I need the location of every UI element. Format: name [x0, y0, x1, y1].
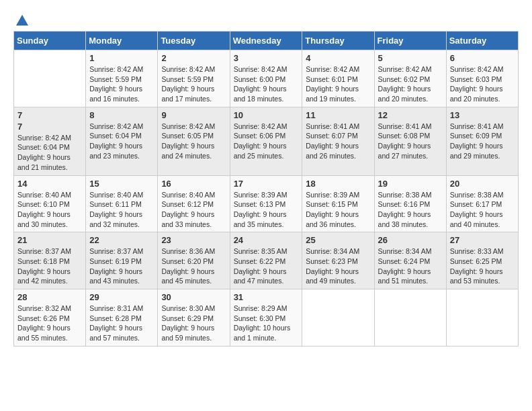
day-content: Sunrise: 8:42 AMSunset: 5:59 PMDaylight:…	[161, 64, 226, 104]
calendar-cell	[446, 289, 518, 347]
day-number: 8	[89, 110, 154, 120]
calendar-cell: 28Sunrise: 8:32 AMSunset: 6:26 PMDayligh…	[14, 289, 86, 347]
logo	[13, 13, 30, 24]
column-header-friday: Friday	[374, 32, 446, 50]
calendar-cell: 20Sunrise: 8:38 AMSunset: 6:17 PMDayligh…	[446, 175, 518, 232]
day-number: 19	[378, 179, 443, 189]
week-row-5: 28Sunrise: 8:32 AMSunset: 6:26 PMDayligh…	[14, 289, 519, 347]
day-number: 12	[378, 110, 443, 120]
calendar-cell: 14Sunrise: 8:40 AMSunset: 6:10 PMDayligh…	[14, 175, 86, 232]
day-number: 3	[234, 53, 299, 63]
calendar-cell: 77Sunrise: 8:42 AMSunset: 6:04 PMDayligh…	[14, 107, 86, 175]
calendar-cell: 5Sunrise: 8:42 AMSunset: 6:02 PMDaylight…	[374, 50, 446, 107]
day-number: 16	[161, 179, 226, 189]
week-row-2: 77Sunrise: 8:42 AMSunset: 6:04 PMDayligh…	[14, 107, 519, 175]
day-number: 7	[17, 110, 82, 120]
column-header-monday: Monday	[86, 32, 158, 50]
logo-icon	[15, 13, 30, 28]
day-content: Sunrise: 8:42 AMSunset: 6:02 PMDaylight:…	[378, 64, 443, 104]
day-number: 10	[234, 110, 299, 120]
calendar-table: SundayMondayTuesdayWednesdayThursdayFrid…	[13, 31, 519, 347]
day-content: Sunrise: 8:38 AMSunset: 6:16 PMDaylight:…	[378, 190, 443, 230]
calendar-cell: 16Sunrise: 8:40 AMSunset: 6:12 PMDayligh…	[158, 175, 230, 232]
day-content: Sunrise: 8:36 AMSunset: 6:20 PMDaylight:…	[161, 246, 226, 286]
day-number: 13	[450, 110, 515, 120]
calendar-cell: 25Sunrise: 8:34 AMSunset: 6:23 PMDayligh…	[302, 232, 374, 289]
page-header	[13, 13, 519, 24]
day-number: 7	[17, 122, 82, 132]
day-number: 23	[161, 235, 226, 245]
calendar-cell: 11Sunrise: 8:41 AMSunset: 6:07 PMDayligh…	[302, 107, 374, 175]
day-number: 27	[450, 235, 515, 245]
day-content: Sunrise: 8:32 AMSunset: 6:26 PMDaylight:…	[17, 304, 82, 343]
day-content: Sunrise: 8:37 AMSunset: 6:18 PMDaylight:…	[17, 246, 82, 286]
day-content: Sunrise: 8:30 AMSunset: 6:29 PMDaylight:…	[161, 304, 226, 343]
calendar-cell: 29Sunrise: 8:31 AMSunset: 6:28 PMDayligh…	[86, 289, 158, 347]
calendar-cell	[374, 289, 446, 347]
column-header-sunday: Sunday	[14, 32, 86, 50]
calendar-cell: 8Sunrise: 8:42 AMSunset: 6:04 PMDaylight…	[86, 107, 158, 175]
day-content: Sunrise: 8:42 AMSunset: 5:59 PMDaylight:…	[89, 64, 154, 104]
week-row-3: 14Sunrise: 8:40 AMSunset: 6:10 PMDayligh…	[14, 175, 519, 232]
day-content: Sunrise: 8:41 AMSunset: 6:07 PMDaylight:…	[306, 122, 370, 161]
calendar-cell: 13Sunrise: 8:41 AMSunset: 6:09 PMDayligh…	[446, 107, 518, 175]
day-number: 20	[450, 179, 515, 189]
calendar-cell: 2Sunrise: 8:42 AMSunset: 5:59 PMDaylight…	[158, 50, 230, 107]
calendar-header-row: SundayMondayTuesdayWednesdayThursdayFrid…	[14, 32, 519, 50]
day-number: 4	[306, 53, 370, 63]
day-number: 22	[89, 235, 154, 245]
calendar-cell: 23Sunrise: 8:36 AMSunset: 6:20 PMDayligh…	[158, 232, 230, 289]
day-number: 31	[234, 292, 299, 302]
calendar-cell: 19Sunrise: 8:38 AMSunset: 6:16 PMDayligh…	[374, 175, 446, 232]
day-number: 11	[306, 110, 370, 120]
day-content: Sunrise: 8:42 AMSunset: 6:01 PMDaylight:…	[306, 64, 370, 104]
day-content: Sunrise: 8:42 AMSunset: 6:03 PMDaylight:…	[450, 64, 515, 104]
calendar-cell: 4Sunrise: 8:42 AMSunset: 6:01 PMDaylight…	[302, 50, 374, 107]
day-number: 6	[450, 53, 515, 63]
calendar-cell: 17Sunrise: 8:39 AMSunset: 6:13 PMDayligh…	[230, 175, 302, 232]
calendar-cell: 6Sunrise: 8:42 AMSunset: 6:03 PMDaylight…	[446, 50, 518, 107]
day-content: Sunrise: 8:37 AMSunset: 6:19 PMDaylight:…	[89, 246, 154, 286]
calendar-cell: 9Sunrise: 8:42 AMSunset: 6:05 PMDaylight…	[158, 107, 230, 175]
calendar-cell	[302, 289, 374, 347]
day-content: Sunrise: 8:40 AMSunset: 6:11 PMDaylight:…	[89, 190, 154, 230]
day-content: Sunrise: 8:42 AMSunset: 6:04 PMDaylight:…	[89, 122, 154, 161]
column-header-thursday: Thursday	[302, 32, 374, 50]
calendar-cell: 27Sunrise: 8:33 AMSunset: 6:25 PMDayligh…	[446, 232, 518, 289]
day-number: 18	[306, 179, 370, 189]
day-number: 15	[89, 179, 154, 189]
day-number: 25	[306, 235, 370, 245]
day-number: 17	[234, 179, 299, 189]
day-content: Sunrise: 8:39 AMSunset: 6:13 PMDaylight:…	[234, 190, 299, 230]
calendar-cell: 1Sunrise: 8:42 AMSunset: 5:59 PMDaylight…	[86, 50, 158, 107]
day-content: Sunrise: 8:41 AMSunset: 6:09 PMDaylight:…	[450, 122, 515, 161]
day-content: Sunrise: 8:29 AMSunset: 6:30 PMDaylight:…	[234, 304, 299, 343]
day-content: Sunrise: 8:33 AMSunset: 6:25 PMDaylight:…	[450, 246, 515, 286]
calendar-cell: 18Sunrise: 8:39 AMSunset: 6:15 PMDayligh…	[302, 175, 374, 232]
day-number: 28	[17, 292, 82, 302]
calendar-cell: 31Sunrise: 8:29 AMSunset: 6:30 PMDayligh…	[230, 289, 302, 347]
calendar-cell: 30Sunrise: 8:30 AMSunset: 6:29 PMDayligh…	[158, 289, 230, 347]
day-content: Sunrise: 8:39 AMSunset: 6:15 PMDaylight:…	[306, 190, 370, 230]
calendar-cell: 3Sunrise: 8:42 AMSunset: 6:00 PMDaylight…	[230, 50, 302, 107]
day-number: 14	[17, 179, 82, 189]
calendar-cell: 10Sunrise: 8:42 AMSunset: 6:06 PMDayligh…	[230, 107, 302, 175]
day-content: Sunrise: 8:31 AMSunset: 6:28 PMDaylight:…	[89, 304, 154, 343]
day-number: 30	[161, 292, 226, 302]
day-number: 9	[161, 110, 226, 120]
day-number: 26	[378, 235, 443, 245]
svg-marker-0	[16, 15, 28, 26]
calendar-cell: 15Sunrise: 8:40 AMSunset: 6:11 PMDayligh…	[86, 175, 158, 232]
day-number: 21	[17, 235, 82, 245]
day-number: 1	[89, 53, 154, 63]
week-row-4: 21Sunrise: 8:37 AMSunset: 6:18 PMDayligh…	[14, 232, 519, 289]
day-content: Sunrise: 8:42 AMSunset: 6:04 PMDaylight:…	[17, 133, 82, 173]
calendar-cell: 24Sunrise: 8:35 AMSunset: 6:22 PMDayligh…	[230, 232, 302, 289]
day-content: Sunrise: 8:42 AMSunset: 6:06 PMDaylight:…	[234, 122, 299, 161]
day-number: 24	[234, 235, 299, 245]
day-content: Sunrise: 8:40 AMSunset: 6:12 PMDaylight:…	[161, 190, 226, 230]
column-header-saturday: Saturday	[446, 32, 518, 50]
day-content: Sunrise: 8:34 AMSunset: 6:24 PMDaylight:…	[378, 246, 443, 286]
day-content: Sunrise: 8:34 AMSunset: 6:23 PMDaylight:…	[306, 246, 370, 286]
day-content: Sunrise: 8:40 AMSunset: 6:10 PMDaylight:…	[17, 190, 82, 230]
